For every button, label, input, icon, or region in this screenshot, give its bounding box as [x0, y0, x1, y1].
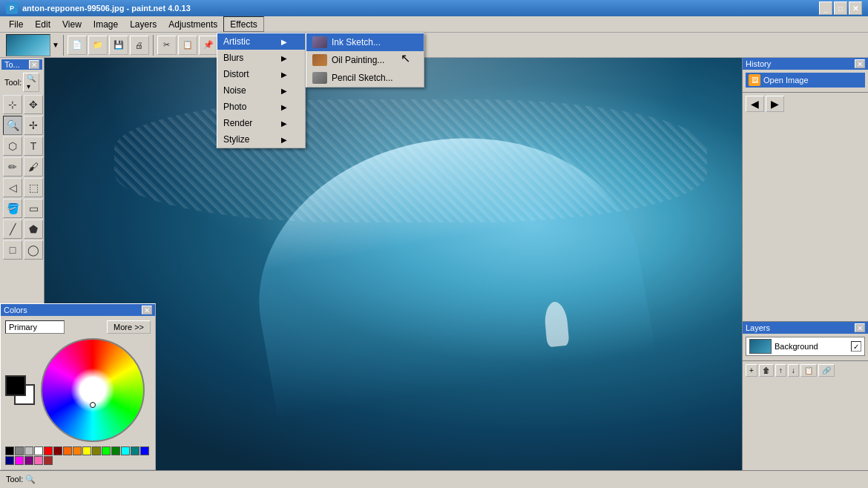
layers-panel-title: Layers [746, 323, 770, 332]
tool-rectangle-select[interactable]: ⊹ [3, 95, 22, 114]
swatch-orange[interactable] [63, 446, 72, 455]
ink-sketch-icon [312, 36, 327, 48]
toolbar-copy[interactable]: 📋 [178, 36, 197, 55]
colors-top-row: Primary Secondary More >> [5, 320, 151, 334]
effects-menu-artistic[interactable]: Artistic ▶ [217, 33, 305, 50]
toolbar-save[interactable]: 💾 [109, 36, 128, 55]
oil-painting-label: Oil Painting... [332, 55, 384, 65]
layers-panel: Layers ✕ Background ✓ + 🗑 ↑ ↓ 📋 🔗 [743, 322, 868, 470]
swatch-pink[interactable] [34, 456, 43, 465]
tool-line[interactable]: ╱ [3, 220, 22, 239]
tool-move-selected[interactable]: ✥ [24, 95, 43, 114]
swatch-red[interactable] [44, 446, 53, 455]
toolbar-paste[interactable]: 📌 [199, 36, 218, 55]
tool-ellipse[interactable]: ◯ [24, 240, 43, 260]
tool-magic-wand[interactable]: ⬡ [3, 136, 22, 156]
effects-menu-photo[interactable]: Photo ▶ [217, 99, 305, 115]
effects-menu-distort[interactable]: Distort ▶ [217, 66, 305, 82]
color-wheel-container[interactable] [41, 338, 145, 442]
swatch-white[interactable] [34, 446, 43, 455]
color-wheel[interactable] [41, 338, 145, 442]
colors-panel: Colors ✕ Primary Secondary More >> [0, 303, 156, 470]
history-redo-button[interactable]: ▶ [766, 96, 784, 112]
tools-panel-close[interactable]: ✕ [29, 60, 39, 69]
swatch-black[interactable] [5, 446, 14, 455]
fg-bg-color-indicator[interactable] [5, 375, 35, 405]
history-panel-close[interactable]: ✕ [855, 59, 865, 68]
menu-effects[interactable]: Effects [223, 16, 263, 32]
swatch-yellow[interactable] [82, 446, 91, 455]
swatch-teal[interactable] [131, 446, 139, 455]
history-undo-button[interactable]: ◀ [746, 96, 764, 112]
layers-body: Background ✓ [743, 334, 868, 360]
submenu-pencil-sketch[interactable]: Pencil Sketch... [306, 69, 424, 87]
layer-add-button[interactable]: + [746, 364, 757, 377]
tool-text[interactable]: T [24, 136, 43, 156]
submenu-oil-painting[interactable]: Oil Painting... [306, 51, 424, 69]
app-icon: P [6, 2, 18, 14]
toolbar: ▼ 📄 📁 💾 🖨 ✂ 📋 📌 ⊡ ⊞ ↩ ↪ 🔍 ⬜ 🎨 [0, 33, 868, 58]
minimize-button[interactable]: _ [819, 1, 832, 15]
color-mode-select[interactable]: Primary Secondary [5, 320, 65, 334]
close-button[interactable]: ✕ [849, 1, 862, 15]
layer-move-down-button[interactable]: ↓ [788, 364, 799, 377]
swatch-gray[interactable] [15, 446, 24, 455]
layers-panel-close[interactable]: ✕ [855, 323, 865, 332]
layer-item-background[interactable]: Background ✓ [746, 337, 865, 356]
menu-image[interactable]: Image [88, 16, 124, 32]
tool-eraser[interactable]: ◁ [3, 178, 22, 197]
effects-menu-blurs[interactable]: Blurs ▶ [217, 50, 305, 66]
swatch-lime[interactable] [102, 446, 111, 455]
effects-menu-stylize[interactable]: Stylize ▶ [217, 131, 305, 148]
swatch-maroon[interactable] [53, 446, 62, 455]
swatch-olive[interactable] [92, 446, 101, 455]
menu-view[interactable]: View [56, 16, 88, 32]
tool-paint-bucket[interactable]: 🪣 [3, 199, 22, 218]
tool-color-picker[interactable]: ⬚ [24, 178, 43, 197]
layer-merge-button[interactable]: 🔗 [818, 364, 835, 377]
tool-rectangle[interactable]: □ [3, 240, 22, 260]
tool-gradient[interactable]: ▭ [24, 199, 43, 218]
history-panel-title: History [746, 59, 771, 68]
tool-brush[interactable]: 🖌 [24, 157, 43, 177]
maximize-button[interactable]: □ [834, 1, 847, 15]
swatch-green[interactable] [111, 446, 120, 455]
layer-visibility-checkbox[interactable]: ✓ [851, 341, 861, 352]
swatch-brown[interactable] [44, 456, 53, 465]
toolbar-open[interactable]: 📁 [88, 36, 108, 55]
toolbar-cut[interactable]: ✂ [157, 36, 177, 55]
tool-move-view[interactable]: ✢ [24, 116, 43, 135]
more-colors-button[interactable]: More >> [107, 320, 151, 334]
history-item-open-image[interactable]: 🖼 Open Image [746, 73, 865, 88]
swatch-dark-orange[interactable] [73, 446, 82, 455]
menu-edit[interactable]: Edit [29, 16, 56, 32]
tool-shapes[interactable]: ⬟ [24, 220, 43, 239]
tools-panel-title: To... [4, 60, 20, 69]
effects-menu-render[interactable]: Render ▶ [217, 115, 305, 131]
menu-adjustments[interactable]: Adjustments [162, 16, 223, 32]
colors-panel-close[interactable]: ✕ [142, 306, 152, 314]
foreground-color-swatch[interactable] [5, 375, 26, 396]
layer-delete-button[interactable]: 🗑 [759, 364, 774, 377]
menu-layers[interactable]: Layers [124, 16, 162, 32]
swatch-silver[interactable] [24, 446, 33, 455]
swatch-magenta[interactable] [15, 456, 24, 465]
layer-duplicate-button[interactable]: 📋 [800, 364, 817, 377]
swatch-cyan[interactable] [121, 446, 130, 455]
swatch-navy[interactable] [5, 456, 14, 465]
swatch-blue[interactable] [140, 446, 149, 455]
toolbar-new[interactable]: 📄 [68, 36, 87, 55]
history-item-icon: 🖼 [749, 74, 760, 86]
swatch-purple[interactable] [24, 456, 33, 465]
menu-file[interactable]: File [3, 16, 29, 32]
layer-move-up-button[interactable]: ↑ [775, 364, 786, 377]
toolbar-print[interactable]: 🖨 [130, 36, 149, 55]
submenu-ink-sketch[interactable]: Ink Sketch... [306, 33, 424, 51]
tool-status-label: Tool: 🔍 [6, 475, 36, 484]
effects-menu-noise[interactable]: Noise ▶ [217, 82, 305, 99]
dropdown-arrow-icon[interactable]: ▼ [52, 41, 59, 49]
tool-zoom[interactable]: 🔍 [3, 116, 22, 135]
tool-select-dropdown[interactable]: 🔍 ▾ [23, 73, 39, 92]
window-controls: _ □ ✕ [819, 1, 862, 15]
tool-pencil[interactable]: ✏ [3, 157, 22, 177]
